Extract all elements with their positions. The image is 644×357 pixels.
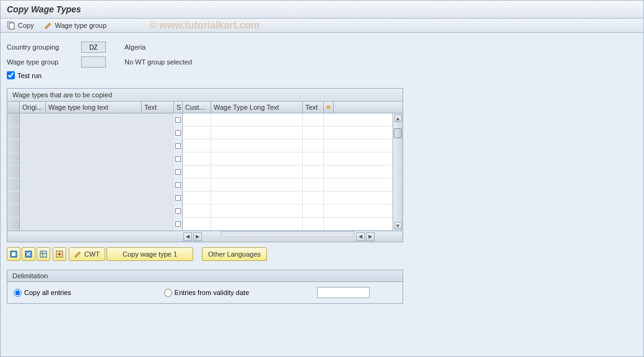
copy-wage-type-1-button[interactable]: Copy wage type 1 [107, 247, 193, 261]
th-s[interactable]: S [174, 102, 183, 113]
insert-row-button[interactable] [53, 247, 66, 261]
entries-from-label: Entries from validity date [175, 289, 249, 296]
title-bar: Copy Wage Types [1, 1, 643, 19]
svg-rect-4 [329, 105, 330, 109]
scroll-up-icon[interactable]: ▲ [394, 115, 402, 122]
test-run-row: Test run [7, 71, 637, 79]
table-row[interactable] [7, 126, 393, 139]
table-settings-button[interactable] [37, 247, 50, 261]
scroll-left-icon[interactable]: ◀ [183, 232, 192, 241]
delimitation-title: Delimitation [7, 270, 402, 282]
table-row[interactable] [7, 218, 393, 231]
wage-type-group-input[interactable] [81, 56, 106, 68]
pencil-icon [44, 21, 53, 30]
th-cust[interactable]: Cust... [183, 102, 211, 113]
toolbar: Copy Wage type group © www.tutorialkart.… [1, 19, 643, 33]
page-title: Copy Wage Types [7, 4, 637, 14]
table-rows [7, 113, 393, 231]
table-row[interactable] [7, 205, 393, 218]
scroll-left-icon[interactable]: ◀ [356, 232, 365, 241]
deselect-all-button[interactable] [22, 247, 35, 261]
wage-type-group-field-label: Wage type group [7, 58, 81, 66]
country-grouping-row: Country grouping Algeria [7, 42, 637, 53]
table-header: Origi... Wage type long text Text S Cust… [7, 102, 402, 113]
th-origi[interactable]: Origi... [20, 102, 46, 113]
svg-rect-10 [40, 251, 46, 257]
test-run-label: Test run [17, 72, 41, 79]
table-row[interactable] [7, 152, 393, 165]
select-all-button[interactable] [7, 247, 20, 261]
hscroll-left-group[interactable]: ◀ ▶ [183, 231, 220, 242]
scroll-right-icon[interactable]: ▶ [193, 232, 202, 241]
country-grouping-text: Algeria [124, 43, 146, 51]
watermark: © www.tutorialkart.com [149, 20, 259, 31]
hscroll-track[interactable] [221, 231, 354, 237]
hscroll-right-group[interactable]: ◀ ▶ [355, 231, 393, 242]
entries-from-radio[interactable] [164, 289, 172, 297]
country-grouping-label: Country grouping [7, 43, 81, 51]
pencil-icon [74, 250, 82, 258]
scroll-right-icon[interactable]: ▶ [366, 232, 375, 241]
wage-types-table: Wage types that are to be copied Origi..… [7, 88, 403, 242]
other-languages-label: Other Languages [208, 250, 261, 258]
test-run-checkbox[interactable] [7, 71, 15, 79]
th-long-text-2[interactable]: Wage Type Long Text [211, 102, 303, 113]
th-config-icon[interactable] [324, 102, 334, 113]
wage-type-group-text: No WT group selected [124, 58, 192, 66]
table-title: Wage types that are to be copied [7, 89, 402, 102]
svg-rect-3 [328, 105, 329, 109]
scroll-thumb[interactable] [394, 128, 402, 138]
scroll-down-icon[interactable]: ▼ [394, 222, 402, 229]
table-body: ▲ ▼ [7, 113, 402, 231]
cwt-label: CWT [84, 250, 100, 258]
other-languages-button[interactable]: Other Languages [202, 247, 267, 261]
copy-wt1-label: Copy wage type 1 [123, 250, 177, 258]
copy-button[interactable]: Copy [7, 21, 34, 30]
th-selector[interactable] [7, 102, 20, 113]
th-text-2[interactable]: Text [303, 102, 324, 113]
button-row: CWT Copy wage type 1 Other Languages [7, 247, 637, 261]
delimitation-group: Delimitation Copy all entries Entries fr… [7, 270, 403, 304]
wage-type-group-row: Wage type group No WT group selected [7, 56, 637, 68]
svg-rect-1 [9, 23, 14, 29]
wage-type-group-label: Wage type group [55, 22, 107, 29]
copy-label: Copy [18, 22, 34, 29]
th-long-text-1[interactable]: Wage type long text [46, 102, 142, 113]
copy-icon [7, 21, 15, 30]
svg-rect-6 [12, 252, 15, 256]
table-row[interactable] [7, 113, 393, 126]
content-area: Country grouping Algeria Wage type group… [1, 33, 643, 310]
table-row[interactable] [7, 165, 393, 178]
th-text-1[interactable]: Text [142, 102, 174, 113]
copy-all-label: Copy all entries [24, 289, 71, 296]
svg-rect-2 [327, 105, 328, 109]
copy-all-radio-group: Copy all entries [14, 289, 71, 297]
delimitation-body: Copy all entries Entries from validity d… [7, 282, 402, 303]
vertical-scrollbar[interactable]: ▲ ▼ [393, 113, 402, 231]
table-row[interactable] [7, 178, 393, 192]
cwt-button[interactable]: CWT [69, 247, 105, 261]
horizontal-scroll-row: ◀ ▶ ◀ ▶ [7, 231, 402, 242]
copy-all-radio[interactable] [14, 289, 22, 297]
wage-type-group-button[interactable]: Wage type group [44, 21, 107, 30]
table-row[interactable] [7, 192, 393, 205]
country-grouping-input[interactable] [81, 42, 106, 53]
validity-date-input[interactable] [317, 287, 370, 298]
scroll-track[interactable] [393, 122, 402, 222]
entries-from-radio-group: Entries from validity date [164, 289, 249, 297]
table-row[interactable] [7, 139, 393, 152]
